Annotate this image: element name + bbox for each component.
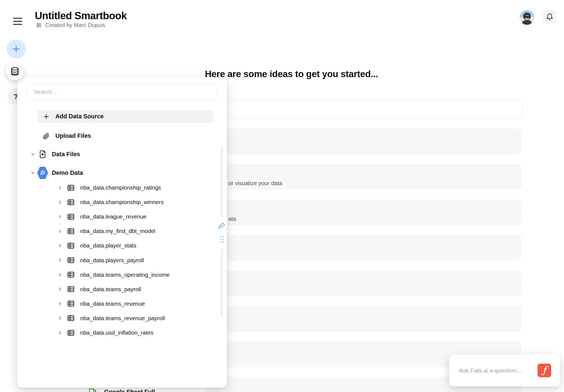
ask-fabi-widget: ƒ [449,354,560,386]
google-sheet-row[interactable]: Google Sheet Full... [88,388,160,392]
chevron-right-icon[interactable] [56,200,63,205]
table-name: nba_data.my_first_dbt_model [80,228,155,234]
search-input[interactable] [27,84,217,100]
ideas-heading: Here are some ideas to get you started..… [205,69,378,79]
drag-handle-dots[interactable] [219,235,225,245]
ask-submit-button[interactable]: ƒ [538,364,551,377]
table-grid-icon [63,271,78,279]
table-row[interactable]: nba_data.championship_ratings [56,182,223,194]
plus-icon [43,113,50,120]
panel-edge-line-top [222,146,222,218]
notifications-button[interactable] [543,10,556,24]
table-name: nba_data.players_payroll [80,257,144,264]
section-demo-data[interactable]: Demo Data [30,166,219,179]
chevron-right-icon[interactable] [56,301,63,306]
chevron-right-icon[interactable] [56,287,63,291]
table-name: nba_data.teams_operating_income [80,271,170,278]
chevron-down-icon[interactable] [30,170,36,175]
section-label: Data Files [52,151,80,158]
bigquery-hexagon-icon [36,167,49,179]
avatar[interactable] [520,10,534,25]
table-row[interactable]: nba_data.teams_operating_income [56,269,223,281]
table-row[interactable]: nba_data.league_revenue [56,210,223,223]
table-row[interactable]: nba_data.teams_revenue_payroll [56,312,223,324]
chevron-right-icon[interactable] [56,330,63,335]
add-data-source-button[interactable]: Add Data Source [37,110,213,123]
chevron-right-icon[interactable] [56,243,63,248]
idea-card[interactable] [206,235,521,261]
panel-edge-line-bottom [222,249,222,317]
table-name: nba_data.championship_winners [80,199,164,205]
table-grid-icon [63,329,78,337]
section-data-files[interactable]: Data Files [30,148,219,161]
fabi-logo-icon: ƒ [543,364,546,376]
table-row[interactable]: nba_data.my_first_dbt_model [56,225,223,237]
table-name: nba_data.player_stats [80,242,136,249]
file-upload-icon [36,150,49,158]
chevron-right-icon[interactable] [56,229,63,234]
bell-icon [546,13,553,21]
table-row[interactable]: nba_data.usd_inflation_rates [56,327,223,339]
data-sources-panel: Add Data Source Upload Files Data Files [17,77,227,388]
table-name: nba_data.teams_revenue_payroll [80,315,165,322]
chevron-right-icon[interactable] [56,258,63,263]
idea-card[interactable]: ata [206,200,521,226]
pin-panel-icon[interactable] [217,221,226,230]
table-grid-icon [63,184,78,192]
created-by-row: Created by Marc Dupuis [35,22,105,29]
table-grid-icon [63,300,78,308]
table-name: nba_data.teams_payroll [80,286,141,293]
chevron-right-icon[interactable] [56,316,63,320]
plus-icon [12,45,21,53]
prompt-input[interactable] [209,100,523,119]
add-cell-button[interactable] [7,40,26,58]
table-name: nba_data.league_revenue [80,213,146,220]
table-name: nba_data.championship_ratings [80,184,161,191]
table-row[interactable]: nba_data.player_stats [56,239,223,252]
idea-card-text: or visualize your data [228,180,282,187]
google-sheets-icon [88,388,97,392]
table-name: nba_data.usd_inflation_rates [80,329,153,336]
table-name: nba_data.teams_revenue [80,300,145,307]
atom-icon [35,22,42,29]
hamburger-menu-icon[interactable] [13,18,22,26]
upload-files-label: Upload Files [55,133,91,139]
upload-files-button[interactable]: Upload Files [37,129,213,143]
idea-card[interactable]: or visualize your data [206,164,521,190]
chevron-right-icon[interactable] [56,214,63,219]
idea-card[interactable] [206,271,521,297]
table-grid-icon [63,314,78,322]
table-grid-icon [63,213,78,221]
chevron-right-icon[interactable] [56,185,63,190]
table-row[interactable]: nba_data.championship_winners [56,196,223,208]
idea-card-text: ata [228,215,236,222]
table-grid-icon [63,198,78,206]
table-row[interactable]: nba_data.teams_revenue [56,298,223,310]
google-sheet-label: Google Sheet Full... [104,388,160,392]
idea-card[interactable] [206,129,521,155]
table-row[interactable]: nba_data.players_payroll [56,254,223,266]
chevron-down-icon[interactable] [30,152,36,157]
chevron-right-icon[interactable] [56,272,63,277]
paperclip-icon [43,133,50,139]
table-grid-icon [63,256,78,264]
table-grid-icon [63,227,78,235]
idea-card[interactable] [206,306,521,332]
page-title: Untitled Smartbook [35,10,127,22]
table-grid-icon [63,285,78,293]
ask-fabi-input[interactable] [459,354,534,386]
database-icon [10,67,19,76]
created-by-label: Created by Marc Dupuis [45,22,105,28]
section-label: Demo Data [52,170,83,177]
table-row[interactable]: nba_data.teams_payroll [56,283,223,295]
add-data-source-label: Add Data Source [55,113,104,120]
data-sources-button[interactable] [6,62,24,80]
table-grid-icon [63,242,78,250]
